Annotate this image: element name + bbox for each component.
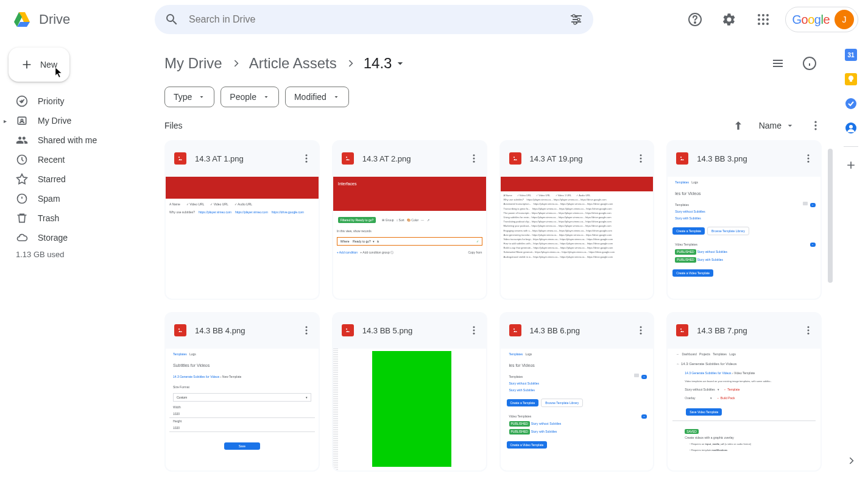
contacts-app[interactable] <box>845 122 857 134</box>
file-thumbnail: Templates Logs les for Videos Templates▪… <box>668 177 820 299</box>
svg-point-47 <box>513 328 515 330</box>
storage-used: 1.13 GB used <box>0 247 145 261</box>
svg-point-22 <box>814 128 816 130</box>
svg-point-51 <box>680 328 682 330</box>
search-input[interactable] <box>189 14 559 25</box>
chevron-right-icon <box>344 57 356 69</box>
file-card[interactable]: 14.3 BB 6.png Templates Logs les for Vid… <box>499 312 655 472</box>
sort-button[interactable]: Name <box>759 121 795 130</box>
image-icon <box>509 324 521 336</box>
file-menu-button[interactable] <box>799 321 818 340</box>
svg-point-1 <box>577 18 580 21</box>
help-button[interactable] <box>683 7 707 32</box>
svg-point-54 <box>808 333 810 335</box>
svg-point-5 <box>758 14 760 16</box>
file-card[interactable]: 14.3 AT 19.png A Name✓ Video URL✓ Video … <box>499 140 655 300</box>
sidebar-item-storage[interactable]: Storage <box>0 228 145 247</box>
file-name: 14.3 BB 7.png <box>697 326 790 335</box>
chevron-right-icon <box>230 57 242 69</box>
sidebar-item-recent[interactable]: Recent <box>0 150 145 169</box>
account-button[interactable]: Google J <box>785 7 858 32</box>
star-icon <box>16 173 28 185</box>
filter-label: People <box>230 92 256 102</box>
svg-point-41 <box>305 330 307 332</box>
add-app[interactable] <box>845 159 857 171</box>
filter-people[interactable]: People <box>221 87 279 107</box>
file-menu-button[interactable] <box>631 149 651 168</box>
file-card[interactable]: 14.3 BB 3.png Templates Logs les for Vid… <box>666 140 822 300</box>
sidebar: New Priority ▸ My Drive Shared with me <box>0 39 152 479</box>
calendar-app[interactable]: 31 <box>845 49 857 61</box>
more-icon[interactable] <box>810 119 822 132</box>
svg-point-12 <box>762 23 764 25</box>
keep-app[interactable] <box>845 73 857 85</box>
view-list-button[interactable] <box>766 51 790 76</box>
filter-modified[interactable]: Modified <box>285 87 349 107</box>
expand-panel[interactable] <box>845 455 857 467</box>
image-icon <box>509 152 521 165</box>
svg-point-11 <box>758 23 760 25</box>
svg-point-36 <box>808 154 810 156</box>
settings-button[interactable] <box>717 7 741 32</box>
file-menu-button[interactable] <box>799 149 818 168</box>
svg-point-58 <box>845 98 856 109</box>
file-card[interactable]: 14.3 BB 4.png Templates Logs Subtitles f… <box>164 312 320 472</box>
section-title: Files <box>164 121 183 130</box>
apps-icon <box>756 12 771 27</box>
svg-point-46 <box>473 333 475 335</box>
svg-point-38 <box>808 161 810 163</box>
sort-direction-icon[interactable] <box>732 119 744 132</box>
avatar: J <box>834 10 854 29</box>
sort-label: Name <box>759 121 782 130</box>
new-button[interactable]: New <box>9 48 69 82</box>
sidebar-item-shared[interactable]: Shared with me <box>0 130 145 150</box>
file-card[interactable]: 14.3 AT 1.png A Name✓ Video URL✓ Video U… <box>164 140 320 300</box>
svg-point-26 <box>305 161 307 163</box>
header-actions: Google J <box>683 7 858 32</box>
file-card[interactable]: 14.3 BB 5.png <box>332 312 487 472</box>
trash-icon <box>16 212 28 224</box>
file-menu-button[interactable] <box>464 149 484 168</box>
list-icon <box>771 56 785 71</box>
file-menu-button[interactable] <box>464 321 484 340</box>
svg-point-49 <box>640 330 642 332</box>
breadcrumb-mydrive[interactable]: My Drive <box>164 55 222 72</box>
tasks-app[interactable] <box>845 98 857 110</box>
help-icon <box>688 12 702 27</box>
file-thumbnail <box>333 349 486 470</box>
drive-logo[interactable]: Drive <box>10 7 150 32</box>
sidebar-item-label: Starred <box>38 174 66 184</box>
svg-point-52 <box>808 326 810 328</box>
info-button[interactable] <box>797 51 822 76</box>
file-menu-button[interactable] <box>297 321 316 340</box>
file-name: 14.3 BB 3.png <box>697 154 790 163</box>
file-card[interactable]: 14.3 BB 7.png ← Dashboard Projects Templ… <box>666 312 822 472</box>
scrollbar[interactable] <box>828 149 834 283</box>
sidebar-item-spam[interactable]: Spam <box>0 189 145 208</box>
sidebar-item-starred[interactable]: Starred <box>0 169 145 189</box>
file-card[interactable]: 14.3 AT 2.png Interfaces Filtered by Rea… <box>332 140 487 300</box>
svg-point-9 <box>762 18 764 21</box>
image-icon <box>676 152 688 165</box>
app-name: Drive <box>39 12 70 27</box>
file-thumbnail: Templates Logs Subtitles for Videos 14.3… <box>166 349 319 470</box>
svg-point-7 <box>766 14 769 16</box>
search-bar[interactable] <box>155 5 593 34</box>
sidebar-item-mydrive[interactable]: ▸ My Drive <box>0 111 145 130</box>
header: Drive Google J <box>0 0 868 39</box>
breadcrumb-article-assets[interactable]: Article Assets <box>249 55 337 72</box>
filter-type[interactable]: Type <box>164 87 214 107</box>
file-menu-button[interactable] <box>297 149 316 168</box>
section-header: Files Name <box>164 119 822 132</box>
dropdown-icon <box>394 57 406 69</box>
svg-point-31 <box>513 157 515 158</box>
sidebar-item-trash[interactable]: Trash <box>0 208 145 228</box>
file-thumbnail: ← Dashboard Projects Templates Logs ← 14… <box>668 349 820 470</box>
search-options-icon[interactable] <box>569 12 584 27</box>
svg-point-29 <box>473 158 475 160</box>
clock-icon <box>16 154 28 166</box>
apps-button[interactable] <box>751 7 775 32</box>
breadcrumb-current[interactable]: 14.3 <box>364 55 407 72</box>
file-menu-button[interactable] <box>631 321 651 340</box>
sidebar-item-priority[interactable]: Priority <box>0 91 145 111</box>
